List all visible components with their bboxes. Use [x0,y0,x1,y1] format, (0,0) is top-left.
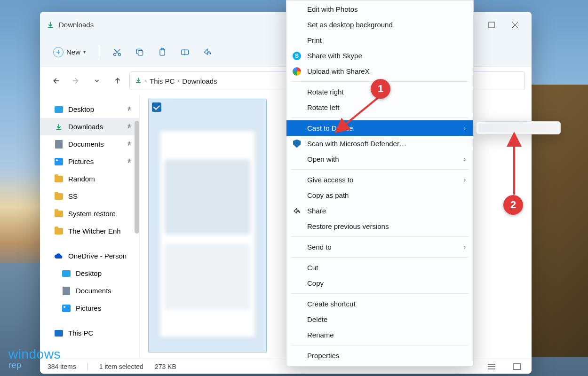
folder-icon [54,227,64,236]
sidebar-item-documents[interactable]: Documents [40,135,139,153]
desktop-icon [54,105,64,114]
svg-point-2 [119,53,121,55]
sidebar-item-od-pictures[interactable]: Pictures [40,299,139,317]
chevron-right-icon: › [145,78,147,84]
cast-submenu-popup [476,121,561,134]
svg-rect-0 [489,22,494,28]
sidebar-item-label: Documents [76,287,111,295]
menu-item-create-shortcut[interactable]: Create shortcut [286,296,473,312]
menu-item-label: Edit with Photos [307,5,358,13]
pin-icon [126,123,133,131]
menu-item-share[interactable]: Share [286,203,473,219]
status-selection: 1 item selected [99,363,143,370]
sidebar-item-label: Documents [68,140,104,148]
menu-item-label: Copy as path [307,191,349,199]
close-button[interactable] [504,16,526,34]
recent-locations-button[interactable] [88,72,106,90]
menu-item-label: Print [307,36,322,44]
submenu-placeholder[interactable] [478,124,558,132]
rename-button[interactable] [175,43,194,62]
sidebar-item-the-witcher-enh[interactable]: The Witcher Enh [40,222,139,240]
pin-icon [126,157,133,165]
watermark: windows rep [8,348,61,369]
menu-item-delete[interactable]: Delete [286,312,473,327]
menu-item-label: Rotate left [307,103,339,111]
thumbnails-view-button[interactable] [510,361,524,372]
menu-item-label: Create shortcut [307,300,356,308]
cut-button[interactable] [108,43,127,62]
menu-item-cut[interactable]: Cut [286,260,473,275]
up-button[interactable] [109,72,127,90]
watermark-line2: rep [8,361,61,369]
sidebar-item-this-pc[interactable]: This PC [40,324,139,342]
separator [99,46,99,58]
folder-icon [54,209,64,219]
sidebar-item-label: Downloads [68,123,103,131]
desktop-icon [62,269,71,278]
menu-item-label: Copy [307,279,324,287]
sidebar-item-system-restore[interactable]: System restore [40,205,139,222]
sidebar-item-label: Random [68,175,95,183]
sidebar-item-label: This PC [68,329,93,337]
status-size: 273 KB [155,363,176,370]
new-button-label: New [66,48,80,56]
picture-icon [62,304,71,313]
menu-item-open-with[interactable]: Open with› [286,151,473,167]
menu-item-rename[interactable]: Rename [286,327,473,343]
menu-item-restore-previous-versions[interactable]: Restore previous versions [286,219,473,234]
forward-button[interactable] [67,72,85,90]
picture-icon [54,157,64,166]
sidebar-item-ss[interactable]: SS [40,188,139,205]
selection-checkbox-icon[interactable] [152,102,161,112]
new-button[interactable]: + New ▾ [48,45,90,59]
menu-item-label: Send to [307,243,332,251]
menu-item-edit-with-photos[interactable]: Edit with Photos [286,1,473,17]
maximize-button[interactable] [481,16,502,34]
menu-item-share-with-skype[interactable]: SShare with Skype [286,48,473,63]
scrollbar[interactable] [135,121,139,234]
menu-item-label: Restore previous versions [307,222,389,230]
pin-icon [126,140,133,148]
sidebar-item-label: System restore [68,210,116,218]
menu-item-give-access-to[interactable]: Give access to› [286,172,473,188]
sidebar-item-label: Pictures [68,157,94,165]
menu-item-label: Cut [307,264,318,272]
menu-item-label: Properties [307,352,339,360]
menu-item-send-to[interactable]: Send to› [286,239,473,255]
share-button[interactable] [198,43,217,62]
menu-item-scan-with-microsoft-defender[interactable]: Scan with Microsoft Defender… [286,136,473,151]
menu-item-copy[interactable]: Copy [286,275,473,291]
menu-item-label: Give access to [307,176,353,184]
breadcrumb-root[interactable]: This PC [150,77,175,85]
skype-icon: S [292,51,302,61]
menu-item-upload-with-sharex[interactable]: Upload with ShareX [286,63,473,79]
sidebar-item-pictures[interactable]: Pictures [40,153,139,170]
annotation-arrow-2 [509,139,519,197]
share-icon [292,206,302,216]
back-button[interactable] [47,72,64,90]
menu-separator [291,345,469,345]
sidebar-item-downloads[interactable]: Downloads [40,118,139,135]
sidebar-item-desktop[interactable]: Desktop [40,101,139,118]
download-icon [135,77,142,86]
menu-separator [291,257,469,258]
sidebar-item-random[interactable]: Random [40,170,139,188]
svg-point-1 [114,53,116,55]
paste-button[interactable] [153,43,172,62]
sidebar-item-label: Desktop [76,269,102,277]
menu-item-label: Rotate right [307,88,344,96]
folder-icon [54,174,64,184]
sidebar-item-onedrive[interactable]: OneDrive - Person [40,247,139,265]
copy-button[interactable] [130,43,149,62]
sidebar-item-od-documents[interactable]: Documents [40,282,139,299]
menu-item-print[interactable]: Print [286,32,473,48]
chevron-right-icon: › [464,244,466,251]
context-menu: Edit with PhotosSet as desktop backgroun… [286,0,474,367]
details-view-button[interactable] [485,361,499,372]
menu-item-set-as-desktop-background[interactable]: Set as desktop background [286,17,473,32]
pin-icon [126,105,133,113]
menu-item-properties[interactable]: Properties [286,348,473,363]
breadcrumb-current[interactable]: Downloads [182,77,217,85]
sidebar-item-od-desktop[interactable]: Desktop [40,265,139,282]
menu-item-copy-as-path[interactable]: Copy as path [286,188,473,203]
